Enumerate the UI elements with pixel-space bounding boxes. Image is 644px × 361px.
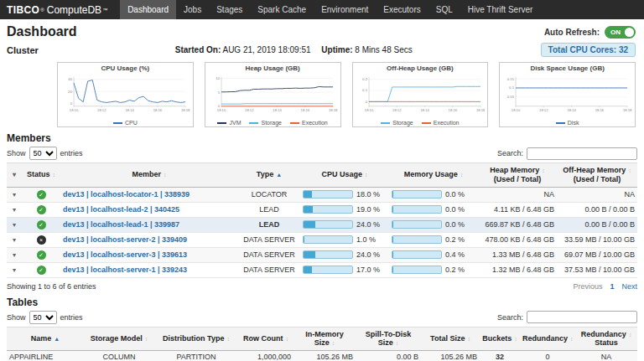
col-label-text: Buckets (482, 334, 512, 343)
usage-bar-fill (392, 251, 393, 258)
tables-col-distribution-type[interactable]: Distribution Type↕ (154, 327, 238, 351)
expand-all-icon[interactable]: ▾ (13, 171, 16, 178)
legend-swatch (113, 122, 122, 124)
search-label: Search: (497, 149, 523, 157)
nav-item-spark-cache[interactable]: Spark Cache (250, 0, 314, 19)
member-link[interactable]: dev13 | localhost-server-1 | 339243 (63, 266, 187, 274)
nav-item-environment[interactable]: Environment (314, 0, 376, 19)
row-expand-icon[interactable]: ▾ (13, 236, 16, 244)
col-label: Buckets↕ (482, 334, 517, 343)
members-col-type[interactable]: Type▲ (238, 163, 300, 188)
row-expand-icon[interactable]: ▾ (13, 251, 16, 259)
table-row: APPAIRLINECOLUMNPARTITION1,000,000105.26… (7, 351, 637, 361)
sort-icon: ↕ (365, 172, 368, 178)
status-running-icon: ✓ (37, 205, 46, 214)
members-col-memory-usage[interactable]: Memory Usage↕ (389, 163, 478, 188)
member-type: DATA SERVER (238, 262, 300, 277)
member-type: DATA SERVER (238, 247, 300, 262)
row-expand-icon[interactable]: ▾ (13, 206, 16, 214)
auto-refresh-toggle[interactable]: ON (605, 26, 636, 39)
member-link[interactable]: dev13 | localhost-server-2 | 339409 (63, 235, 187, 244)
member-link[interactable]: dev13 | localhost-locator-1 | 338939 (63, 190, 190, 199)
tables-search-input[interactable] (527, 311, 637, 323)
brand-logo[interactable]: TIBCO® ComputeDB™ (0, 0, 120, 19)
status-cell: ✓ (22, 217, 60, 232)
legend-swatch (381, 122, 390, 124)
tables-col-spill-to-disk-size[interactable]: Spill-To-Disk Size↕ (356, 327, 421, 351)
usage-percent: 0.2 % (445, 235, 465, 244)
member-link[interactable]: dev13 | localhost-server-3 | 339613 (63, 250, 187, 259)
sort-asc-icon: ▲ (276, 172, 282, 178)
expander-cell: ▾ (7, 187, 22, 202)
tables-col-in-memory-size[interactable]: In-Memory Size↕ (293, 327, 356, 351)
col-label: Memory Usage↕ (392, 170, 475, 179)
members-heading: Members (7, 132, 637, 144)
tables-page-size-select[interactable]: 50 (29, 311, 57, 324)
started-on-label: Started On: (175, 45, 221, 54)
row-expand-icon[interactable]: ▾ (13, 191, 16, 199)
col-label: Redundancy↕ (522, 334, 573, 343)
legend-item-storage: Storage (381, 120, 413, 126)
status-running-icon: ✓ (37, 266, 46, 275)
usage-percent: 0.0 % (445, 220, 465, 229)
nav-item-stages[interactable]: Stages (209, 0, 250, 19)
members-col-status[interactable]: Status↕ (22, 163, 60, 188)
members-page-size-select[interactable]: 50 (29, 147, 57, 160)
member-link[interactable]: dev13 | localhost-lead-1 | 339987 (63, 220, 179, 229)
members-col-cpu-usage[interactable]: CPU Usage↕ (300, 163, 389, 188)
nav-item-sql[interactable]: SQL (428, 0, 460, 19)
top-navbar: TIBCO® ComputeDB™ DashboardJobsStagesSpa… (0, 0, 644, 19)
heap-memory-cell: 1.33 MB / 6.48 GB (478, 247, 557, 262)
nav-item-dashboard[interactable]: Dashboard (120, 0, 176, 19)
row-expand-icon[interactable]: ▾ (13, 221, 16, 229)
tables-col-storage-model[interactable]: Storage Model↕ (84, 327, 154, 351)
col-label: Type▲ (241, 170, 298, 179)
col-label-text: Storage Model (91, 334, 143, 343)
usage-bar (303, 235, 353, 244)
chart-legend: CPU (60, 120, 190, 126)
total-cpu-cores-badge: Total CPU Cores: 32 (541, 43, 636, 57)
member-link[interactable]: dev13 | localhost-lead-2 | 340425 (63, 205, 179, 214)
row-expand-icon[interactable]: ▾ (13, 266, 16, 274)
chart-plot: 0.050.10.1518:1018:1218:1418:1618:18 (502, 72, 632, 120)
page-title: Dashboard (7, 24, 77, 39)
members-page-1-button[interactable]: 1 (610, 282, 614, 291)
members-search-input[interactable] (527, 147, 637, 160)
nav-item-executors[interactable]: Executors (376, 0, 428, 19)
tables-col-row-count[interactable]: Row Count↕ (238, 327, 293, 351)
show-label: Show (7, 313, 26, 322)
usage-bar (392, 205, 442, 214)
tables-col-name[interactable]: Name▲ (7, 327, 84, 351)
col-label: Storage Model↕ (86, 334, 152, 343)
members-col-heap-memory[interactable]: Heap Memory↕(Used / Total) (478, 163, 557, 188)
sort-icon: ↕ (514, 336, 517, 342)
col-label-text: Member (132, 170, 161, 178)
row-count: 1,000,000 (238, 351, 293, 361)
chart-off-heap-usage-gb: Off-Heap Usage (GB)00.10.218:1018:1218:1… (352, 62, 489, 127)
uptime-value: 8 Mins 48 Secs (355, 45, 412, 54)
started-on-value: AUG 21, 2019 18:09:51 (222, 45, 310, 54)
col-sublabel: (Used / Total) (559, 175, 635, 184)
cluster-charts: CPU Usage (%)0204018:1018:1218:1418:1618… (57, 62, 636, 127)
offheap-memory-cell: 0.00 B / 0.00 B (557, 202, 637, 217)
tables-col-redundancy[interactable]: Redundancy↕Status (575, 327, 637, 351)
members-summary: Showing 1 to 6 of 6 entries (7, 282, 96, 291)
tables-col-redundancy[interactable]: Redundancy↕ (520, 327, 575, 351)
member-row: ▾✓dev13 | localhost-locator-1 | 338939LO… (7, 187, 637, 202)
memory-usage-cell: 0.2 % (389, 262, 478, 277)
members-col-member[interactable]: Member↕ (60, 163, 238, 188)
members-col-off-heap-memory[interactable]: Off-Heap Memory↕(Used / Total) (557, 163, 637, 188)
status-running-icon: ✓ (37, 190, 46, 199)
members-next-button[interactable]: Next (621, 282, 637, 291)
svg-text:10: 10 (216, 76, 220, 80)
members-prev-button[interactable]: Previous (573, 282, 602, 291)
sort-icon: ↕ (145, 336, 148, 342)
svg-text:18:18: 18:18 (475, 108, 485, 112)
tables-col-buckets[interactable]: Buckets↕ (480, 327, 520, 351)
cpu-usage-cell-bar: 24.0 % (303, 250, 387, 259)
legend-swatch (556, 122, 565, 124)
tables-col-total-size[interactable]: Total Size↕ (421, 327, 480, 351)
nav-item-hive-thrift-server[interactable]: Hive Thrift Server (460, 0, 541, 19)
nav-item-jobs[interactable]: Jobs (176, 0, 209, 19)
sort-icon: ↕ (332, 340, 335, 346)
